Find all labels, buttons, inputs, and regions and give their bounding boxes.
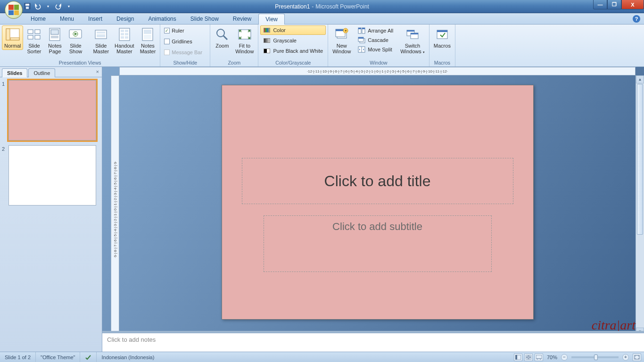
vertical-ruler[interactable]: ·9·|·8·|·7·|·6·|·5·|·4·|·3·|·2·|·1·|·0·|…: [111, 75, 119, 343]
cascade-button[interactable]: Cascade: [355, 35, 396, 45]
ruler-checkbox[interactable]: ✓Ruler: [164, 26, 184, 35]
slide-editor: ·12·|·11·|·10·|·9·|·8·|·7·|·6·|·5·|·4·|·…: [102, 67, 644, 352]
fit-to-window-button[interactable]: Fit to Window: [233, 25, 256, 56]
svg-rect-8: [28, 35, 33, 39]
thumbnail-2[interactable]: 2: [2, 145, 100, 206]
switch-windows-button[interactable]: Switch Windows ▾: [398, 25, 427, 57]
subtitle-placeholder[interactable]: Click to add subtitle: [264, 215, 492, 272]
undo-dropdown-icon[interactable]: ▼: [44, 2, 52, 10]
svg-rect-57: [529, 358, 531, 360]
quick-access-toolbar: ▼ ▼: [24, 2, 73, 10]
move-split-label: Move Split: [368, 47, 392, 52]
slide-master-label: Slide Master: [93, 43, 109, 54]
color-button[interactable]: Color: [260, 25, 326, 35]
ruler-label: Ruler: [172, 28, 184, 33]
thumbnail-1[interactable]: 1: [2, 80, 100, 140]
office-button[interactable]: [5, 1, 23, 19]
notes-page-button[interactable]: Notes Page: [45, 25, 65, 56]
minimize-button[interactable]: —: [593, 0, 607, 9]
qat-customize-icon[interactable]: ▼: [65, 2, 73, 10]
notes-master-label: Notes Master: [140, 43, 156, 54]
redo-icon[interactable]: [55, 2, 62, 10]
svg-rect-24: [121, 36, 124, 39]
slide-sorter-icon: [26, 27, 41, 42]
tab-menu[interactable]: Menu: [53, 13, 81, 24]
undo-icon[interactable]: [34, 2, 41, 10]
svg-rect-27: [144, 30, 151, 34]
tab-insert[interactable]: Insert: [81, 13, 109, 24]
zoom-slider-handle[interactable]: [594, 354, 598, 360]
svg-rect-11: [51, 30, 58, 34]
group-macros: Macros Macros: [429, 25, 455, 66]
pane-tab-slides[interactable]: Slides: [2, 68, 27, 77]
pure-black-white-button[interactable]: Pure Black and White: [260, 46, 326, 56]
normal-view-label: Normal: [4, 43, 21, 49]
gridlines-label: Gridlines: [172, 39, 192, 44]
status-slide-number[interactable]: Slide 1 of 2: [0, 352, 36, 362]
zoom-out-button[interactable]: −: [561, 354, 568, 361]
pane-tab-outline[interactable]: Outline: [28, 68, 55, 77]
handout-master-button[interactable]: Handout Master: [112, 25, 137, 56]
thumbnail-1-preview[interactable]: [8, 80, 96, 140]
svg-rect-23: [125, 33, 128, 35]
thumbnail-2-preview[interactable]: [8, 145, 96, 206]
svg-rect-22: [121, 33, 124, 35]
grayscale-button[interactable]: Grayscale: [260, 36, 326, 45]
zoom-in-button[interactable]: +: [622, 354, 629, 361]
bw-swatch-icon: [263, 47, 271, 55]
tab-view[interactable]: View: [258, 14, 285, 25]
slide-canvas[interactable]: Click to add title Click to add subtitle: [222, 85, 534, 320]
save-icon[interactable]: [24, 2, 31, 10]
group-color-grayscale: Color Grayscale Pure Black and White Col…: [258, 25, 328, 66]
status-sorter-view-icon[interactable]: [524, 354, 533, 361]
slide-master-button[interactable]: Slide Master: [91, 25, 111, 56]
move-split-button[interactable]: Move Split: [355, 45, 396, 54]
svg-rect-7: [35, 30, 40, 33]
slide-show-button[interactable]: Slide Show: [66, 25, 85, 56]
macros-button[interactable]: Macros: [431, 25, 453, 50]
workspace: Slides Outline × 1 2 ·12·|·11·|·10·|·9·|…: [0, 67, 644, 352]
maximize-button[interactable]: ❐: [607, 0, 621, 9]
status-slideshow-view-icon[interactable]: [535, 354, 543, 361]
zoom-slider[interactable]: [571, 356, 619, 358]
svg-rect-4: [6, 29, 10, 40]
zoom-button[interactable]: Zoom: [212, 25, 232, 50]
fit-slide-button[interactable]: [633, 354, 641, 361]
tab-home[interactable]: Home: [24, 13, 53, 24]
status-language[interactable]: Indonesian (Indonesia): [97, 352, 159, 362]
tab-slideshow[interactable]: Slide Show: [183, 13, 226, 24]
scroll-up-icon[interactable]: ▲: [636, 75, 644, 83]
horizontal-ruler[interactable]: ·12·|·11·|·10·|·9·|·8·|·7·|·6·|·5·|·4·|·…: [119, 67, 636, 75]
svg-rect-43: [358, 37, 363, 39]
svg-rect-58: [536, 355, 542, 359]
tab-animations[interactable]: Animations: [141, 13, 183, 24]
title-placeholder[interactable]: Click to add title: [242, 158, 513, 204]
tab-review[interactable]: Review: [226, 13, 258, 24]
arrange-all-icon: [358, 27, 365, 34]
pane-close-icon[interactable]: ×: [96, 69, 99, 74]
arrange-all-button[interactable]: Arrange All: [355, 26, 396, 35]
status-spellcheck[interactable]: [80, 352, 97, 362]
svg-rect-2: [26, 7, 29, 9]
normal-view-button[interactable]: Normal: [2, 25, 23, 50]
svg-rect-6: [28, 30, 33, 33]
close-button[interactable]: X: [621, 0, 644, 9]
new-window-button[interactable]: ✦ New Window: [330, 25, 353, 56]
svg-rect-9: [35, 35, 40, 39]
svg-rect-1: [25, 4, 29, 6]
app-name: Microsoft PowerPoint: [315, 3, 369, 10]
scroll-thumb[interactable]: [637, 84, 643, 235]
vertical-scrollbar[interactable]: ▲ ▼ ⏶ ⏷: [636, 75, 644, 352]
notes-master-button[interactable]: Notes Master: [138, 25, 158, 56]
help-icon[interactable]: ?: [633, 15, 640, 23]
status-theme[interactable]: "Office Theme": [36, 352, 80, 362]
status-normal-view-icon[interactable]: [514, 354, 522, 361]
slide-sorter-button[interactable]: Slide Sorter: [24, 25, 44, 56]
svg-text:✦: ✦: [344, 29, 347, 33]
thumbnail-1-number: 1: [2, 80, 8, 87]
tab-design[interactable]: Design: [109, 13, 141, 24]
status-zoom-value[interactable]: 70%: [547, 354, 557, 360]
gridlines-checkbox[interactable]: Gridlines: [164, 37, 192, 46]
cascade-label: Cascade: [368, 37, 388, 43]
notes-pane[interactable]: Click to add notes: [102, 333, 644, 352]
